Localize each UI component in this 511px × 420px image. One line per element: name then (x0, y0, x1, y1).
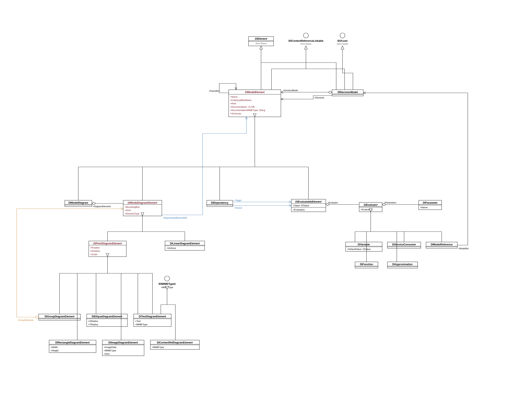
svg-point-4 (340, 33, 345, 38)
class-attr: +MIMEType (104, 349, 116, 352)
class-name: DIFunction (360, 263, 373, 266)
assoc-label-Elements: +Elements (314, 97, 324, 99)
class-name: DILinearDiagramElement (170, 242, 200, 245)
class-attr: +BoundingBox (125, 206, 140, 208)
class-DITextDiagramElement: DITextDiagramElement +Text +MIMEType (134, 314, 171, 327)
class-DIDecisionModel: DIDecisionModel (332, 90, 363, 96)
uml-class-diagram: DIElement (from Base) IDIContentReferenc… (0, 0, 511, 420)
class-attr: +Summary (230, 112, 241, 115)
interface-IDIAsset: IDIAsset (from Asset) (337, 33, 348, 45)
class-attr: +YRadius (88, 323, 98, 326)
svg-point-47 (164, 276, 170, 281)
class-DIFunction: DIFunction (355, 262, 378, 268)
interface-name: IDIContentReferenceLinkable (288, 39, 324, 42)
class-attr: +Vertices (166, 247, 176, 249)
assoc-label-ModelRef: +ModelRef (458, 248, 469, 250)
class-attr: +DocumentationMIMEType: String (230, 109, 265, 112)
interface-IDIMIMETyped: IDIMIMETyped +MIMEType (158, 276, 175, 289)
class-attr: +FullyQualifiedName (230, 99, 251, 101)
svg-point-3 (303, 33, 309, 38)
real-DIModelElement-IDIContentReferenceLinkable (271, 46, 306, 90)
class-name: DIDependency (211, 201, 228, 204)
real-DIDecisionModel-IDIAsset (342, 46, 353, 90)
class-DIContentRefDiagramElement: DIContentRefDiagramElement +MIMEType (150, 340, 199, 350)
class-DIEvaluatableElement: DIEvaluatableElement +Value: DIValue +Ev… (291, 199, 326, 212)
class-op: +Evaluate() (361, 208, 372, 211)
class-DIGroupDiagramElement: DIGroupDiagramElement (39, 314, 80, 320)
class-DIEllipseDiagramElement: DIEllipseDiagramElement +XRadius +YRadiu… (87, 314, 127, 327)
class-DIEvaluator: DIEvaluator +Evaluate() (359, 202, 382, 212)
class-attr: +Scale (90, 253, 97, 255)
interface-from: (from Base) (301, 43, 311, 45)
class-attr: +MIMEType (135, 323, 147, 326)
class-name: DIVariable (358, 243, 370, 246)
class-attr: +MIMEType (152, 346, 164, 348)
class-from: (from Base) (256, 42, 266, 45)
class-DIApproximation: DIApproximation (387, 262, 418, 268)
assoc-label-Parameters: +Parameters (384, 202, 396, 204)
class-name: DIModelElement (245, 91, 265, 94)
class-DIPointDiagramElement: DIPointDiagramElement +Position +Rotatio… (89, 241, 126, 257)
class-attr: +SVG (125, 209, 131, 211)
class-name: DIDecisionModel (338, 91, 358, 94)
class-DIServiceConsumer: DIServiceConsumer (387, 242, 421, 248)
class-name: DIImageDiagramElement (108, 341, 138, 344)
class-DIModelDiagramElement: DIModelDiagramElement +BoundingBox +SVG … (123, 200, 162, 216)
class-name: DIGroupDiagramElement (45, 315, 75, 318)
interface-attr: +MIMEType (161, 286, 173, 289)
assoc-RepresentedElementRef (162, 117, 246, 215)
assoc-Elements (281, 96, 332, 99)
assoc-label-GroupElements: +GroupElements (18, 319, 33, 321)
class-name: DIEvaluator (364, 203, 378, 206)
assoc-ModelRef (363, 93, 468, 245)
class-DIModelDiagram: DIModelDiagram (65, 200, 92, 207)
class-DIDependency: DIDependency (207, 200, 233, 207)
class-name: DIServiceConsumer (392, 243, 416, 246)
assoc-label-RepresentedElementRef: +RepresentedElementRef (163, 217, 187, 219)
gen-DIDecisionModel-branch (261, 63, 336, 90)
class-name: DIModelDiagram (69, 201, 88, 204)
class-attr: +Role (230, 102, 236, 105)
class-attr: +Text (135, 320, 141, 322)
class-attr: +Width (51, 346, 58, 348)
class-attr: +ElementType (125, 212, 139, 215)
class-attr: +Height (51, 349, 58, 352)
assoc-label-Target: +Target (234, 199, 241, 202)
class-name: DIParameter (423, 201, 438, 204)
class-name: DIElement (255, 37, 268, 40)
class-attr: +Value: DIValue (293, 204, 309, 207)
class-name: DITextDiagramElement (139, 315, 166, 318)
class-attr: +ImageData (104, 346, 116, 348)
class-name: DIEllipseDiagramElement (92, 315, 122, 318)
interface-IDIContentReferenceLinkable: IDIContentReferenceLinkable (from Base) (288, 33, 324, 45)
interface-from: (from Asset) (337, 43, 348, 45)
class-DIImageDiagramElement: DIImageDiagramElement +ImageData +MIMETy… (102, 340, 144, 356)
class-DIVariable: DIVariable +DefaultValue: DIValue (346, 242, 382, 251)
class-name: DIApproximation (392, 263, 413, 266)
class-name: DIModelDiagramElement (128, 201, 157, 204)
class-attr: +Name (420, 206, 428, 209)
class-attr: +Name (230, 96, 238, 98)
interface-name: IDIAsset (337, 39, 348, 42)
class-attr: +Position (90, 246, 100, 249)
class-DIRectangleDiagramElement: DIRectangleDiagramElement +Width +Height (49, 340, 96, 352)
assoc-GroupElements (17, 209, 123, 317)
class-attr: +DefaultValue: DIValue (347, 248, 371, 250)
assoc-label-Source: +Source (234, 207, 242, 209)
class-attr: +Documentation: CLOB (230, 105, 254, 108)
class-name: DIModelReference (431, 243, 453, 246)
assoc-label-DecisionModel: +DecisionModel (283, 89, 298, 92)
class-attr: +Size (104, 352, 110, 355)
class-DIModelElement: DIModelElement +Name +FullyQualifiedName… (229, 90, 281, 117)
real-DIDecisionModel-branch1 (306, 69, 345, 90)
class-name: DIEvaluatableElement (295, 200, 322, 203)
assoc-label-DiagramElements: +DiagramElements (93, 205, 111, 208)
class-name: DIRectangleDiagramElement (55, 341, 90, 344)
assoc-label-ParentRef: +ParentRef (209, 90, 219, 92)
class-DIParameter: DIParameter +Name (419, 200, 442, 210)
assoc-label-Evaluator: +Evaluator (328, 202, 338, 204)
class-attr: +Rotation (90, 250, 100, 252)
class-name: DIPointDiagramElement (93, 242, 122, 245)
class-DILinearDiagramElement: DILinearDiagramElement +Vertices (165, 241, 205, 250)
class-DIElement: DIElement (from Base) (248, 37, 274, 46)
